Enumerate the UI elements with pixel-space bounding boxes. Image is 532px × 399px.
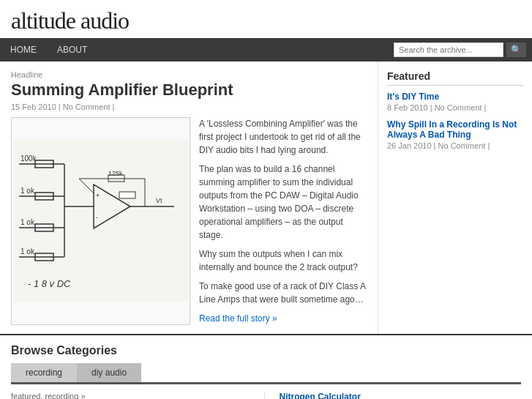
category-recording[interactable]: recording — [11, 363, 77, 382]
featured-link-2[interactable]: Why Spill In a Recording Is Not Always A… — [387, 119, 523, 140]
site-header: altitude audio — [0, 0, 532, 38]
search-button[interactable]: 🔍 — [506, 42, 526, 57]
featured-title: Featured — [387, 70, 523, 86]
post-image: 100k 1 ok 1 ok 1 ok — [11, 117, 190, 325]
post-text-body: A 'Lossless Combining Amplifier' was the… — [199, 117, 367, 325]
svg-rect-24 — [119, 192, 135, 198]
site-title: altitude audio — [11, 7, 521, 34]
sidebar-link-item-1: Nitrogen Calculator Free Online Nitrogen… — [280, 392, 522, 399]
lower-right-links: Nitrogen Calculator Free Online Nitrogen… — [276, 392, 522, 399]
featured-item-2: Why Spill In a Recording Is Not Always A… — [387, 119, 523, 150]
featured-item-1: It's DIY Time 8 Feb 2010 | No Comment | — [387, 92, 523, 112]
post-tags: featured, recording » — [11, 392, 253, 399]
browse-section: Browse Categories recording diy audio — [0, 334, 532, 384]
lower-left-post: featured, recording » Why Spill In a Rec… — [11, 392, 265, 399]
svg-text:Vt: Vt — [156, 197, 162, 204]
featured-meta-2: 26 Jan 2010 | No Comment | — [387, 141, 523, 150]
browse-title: Browse Categories — [11, 344, 521, 357]
post-paragraph-2: The plan was to build a 16 channel summi… — [199, 163, 367, 242]
svg-rect-0 — [13, 141, 189, 302]
left-column: Headline Summing Amplifier Blueprint 15 … — [0, 61, 378, 334]
svg-text:1 ok: 1 ok — [20, 247, 35, 256]
section-label: Headline — [11, 70, 367, 79]
featured-link-1[interactable]: It's DIY Time — [387, 92, 523, 102]
headline-section: Headline Summing Amplifier Blueprint 15 … — [11, 70, 367, 325]
post-paragraph-1: A 'Lossless Combining Amplifier' was the… — [199, 117, 367, 157]
post-paragraph-3: Why sum the outputs when I can mix inter… — [199, 247, 367, 274]
nav-home[interactable]: HOME — [0, 38, 47, 61]
svg-text:- 1 8 v   DC: - 1 8 v DC — [28, 278, 71, 289]
post-paragraph-4: To make good use of a rack of DIY Class … — [199, 280, 367, 306]
sidebar-link-1[interactable]: Nitrogen Calculator — [280, 392, 522, 399]
read-more-link[interactable]: Read the full story » — [199, 313, 277, 324]
category-bar: recording diy audio — [11, 363, 521, 382]
main-post-title: Summing Amplifier Blueprint — [11, 81, 367, 100]
svg-text:+: + — [96, 192, 100, 199]
svg-text:1 ok: 1 ok — [20, 218, 35, 226]
main-content: Headline Summing Amplifier Blueprint 15 … — [0, 61, 532, 334]
lower-posts: featured, recording » Why Spill In a Rec… — [0, 384, 532, 399]
category-diy-audio[interactable]: diy audio — [77, 363, 141, 382]
right-column: Featured It's DIY Time 8 Feb 2010 | No C… — [378, 61, 532, 334]
svg-text:1 ok: 1 ok — [20, 187, 35, 195]
featured-meta-1: 8 Feb 2010 | No Comment | — [387, 103, 523, 112]
nav-left: HOME ABOUT — [0, 38, 97, 61]
main-post-meta: 15 Feb 2010 | No Comment | — [11, 102, 367, 111]
svg-text:-: - — [96, 214, 98, 221]
nav-bar: HOME ABOUT 🔍 — [0, 38, 532, 61]
search-input[interactable] — [394, 42, 503, 57]
post-body: 100k 1 ok 1 ok 1 ok — [11, 117, 367, 325]
nav-search-area: 🔍 — [394, 42, 532, 57]
svg-text:125k: 125k — [108, 170, 123, 177]
nav-about[interactable]: ABOUT — [47, 38, 97, 61]
